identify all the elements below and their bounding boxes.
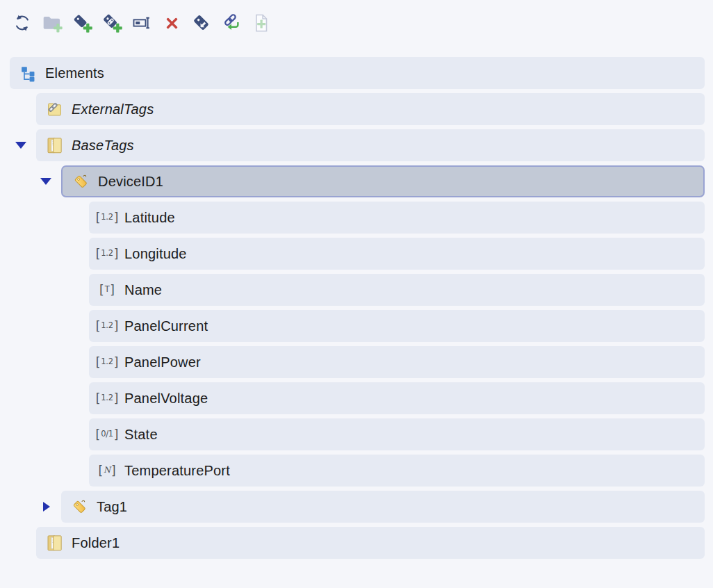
tree-row-externaltags[interactable]: ExternalTags xyxy=(36,93,705,125)
add-folder-icon xyxy=(41,12,63,34)
float-type-badge: 1.2 xyxy=(97,212,117,224)
update-links-button[interactable] xyxy=(220,12,243,34)
indent-zone xyxy=(0,346,89,378)
tree-item-panelvoltage: 1.2 PanelVoltage xyxy=(0,382,713,414)
tree-item-temperatureport: N TemperaturePort xyxy=(0,455,713,487)
add-tag-button[interactable] xyxy=(71,12,93,34)
tree-item-label: ExternalTags xyxy=(72,101,154,117)
tree-row-latitude[interactable]: 1.2 Latitude xyxy=(89,202,705,234)
indent-zone xyxy=(0,418,89,450)
indent-zone xyxy=(0,310,89,342)
tree-item-latitude: 1.2 Latitude xyxy=(0,202,713,234)
tree-row-elements[interactable]: Elements xyxy=(10,57,705,89)
tree-row-name[interactable]: T Name xyxy=(89,274,705,306)
collapse-expander-icon[interactable] xyxy=(15,142,26,149)
boolean-type-badge: 0/1 xyxy=(97,429,117,441)
tree-row-state[interactable]: 0/1 State xyxy=(89,418,705,450)
tree-row-panelpower[interactable]: 1.2 PanelPower xyxy=(89,346,705,378)
add-tag-icon xyxy=(71,12,93,34)
tree-item-label: PanelVoltage xyxy=(124,391,208,407)
indent-zone xyxy=(0,382,89,414)
delete-button[interactable] xyxy=(161,12,183,34)
float-type-badge: 1.2 xyxy=(97,248,117,260)
collapse-expander-icon[interactable] xyxy=(40,178,51,185)
refresh-icon xyxy=(12,13,33,33)
rename-icon xyxy=(131,13,152,33)
tree-item-basetags: BaseTags xyxy=(0,129,713,161)
rename-button[interactable] xyxy=(131,12,153,34)
expand-expander-icon[interactable] xyxy=(43,502,50,512)
tree-row-temperatureport[interactable]: N TemperaturePort xyxy=(89,455,705,487)
add-folder-button xyxy=(41,12,63,34)
tree-item-panelcurrent: 1.2 PanelCurrent xyxy=(0,310,713,342)
indent-zone xyxy=(0,165,61,197)
tree-item-externaltags: ExternalTags xyxy=(0,93,713,125)
tree-item-label: Latitude xyxy=(124,210,175,226)
tree-row-deviceid1[interactable]: DeviceID1 xyxy=(61,165,705,197)
tree-item-panelpower: 1.2 PanelPower xyxy=(0,346,713,378)
tree-item-folder1: Folder1 xyxy=(0,527,713,559)
indent-zone xyxy=(0,527,36,559)
tree-item-tag1: Tag1 xyxy=(0,491,713,523)
indent-zone xyxy=(0,455,89,487)
tree-item-label: BaseTags xyxy=(72,138,134,154)
indent-zone xyxy=(0,202,89,234)
tree-item-name: T Name xyxy=(0,274,713,306)
folder-icon xyxy=(44,533,65,553)
tree-item-longitude: 1.2 Longitude xyxy=(0,238,713,270)
tree-item-label: Longitude xyxy=(124,246,187,262)
tree-item-label: Name xyxy=(124,282,162,298)
indent-zone xyxy=(0,93,36,125)
import-tag-button[interactable] xyxy=(190,12,213,34)
indent-zone xyxy=(0,57,10,89)
tree-row-panelvoltage[interactable]: 1.2 PanelVoltage xyxy=(89,382,705,414)
tree-item-label: Folder1 xyxy=(72,535,120,551)
float-type-badge: 1.2 xyxy=(97,320,117,332)
float-type-badge: 1.2 xyxy=(97,393,117,405)
folder-icon xyxy=(44,136,65,156)
element-tree: Elements ExternalTags xyxy=(0,57,713,559)
tree-item-label: Tag1 xyxy=(97,499,127,515)
tree-item-label: TemperaturePort xyxy=(124,463,230,479)
tree-item-label: Elements xyxy=(45,65,104,81)
integer-type-badge: N xyxy=(97,465,117,477)
tree-item-deviceid1: DeviceID1 xyxy=(0,165,713,197)
tree-row-folder1[interactable]: Folder1 xyxy=(36,527,705,559)
tag-icon xyxy=(69,497,90,517)
linked-folder-icon xyxy=(44,100,65,119)
tag-icon xyxy=(70,172,91,192)
add-document-icon xyxy=(251,13,272,33)
add-document-button xyxy=(250,12,272,34)
tree-item-elements: Elements xyxy=(0,57,713,89)
refresh-button[interactable] xyxy=(11,12,33,34)
text-type-badge: T xyxy=(97,284,117,296)
float-type-badge: 1.2 xyxy=(97,357,117,368)
indent-zone xyxy=(0,129,36,161)
tree-item-state: 0/1 State xyxy=(0,418,713,450)
tree-row-panelcurrent[interactable]: 1.2 PanelCurrent xyxy=(89,310,705,342)
tree-item-label: DeviceID1 xyxy=(98,174,163,190)
tree-item-label: PanelCurrent xyxy=(124,318,208,334)
tree-row-tag1[interactable]: Tag1 xyxy=(61,491,705,523)
tree-row-longitude[interactable]: 1.2 Longitude xyxy=(89,238,705,270)
tree-row-basetags[interactable]: BaseTags xyxy=(36,129,705,161)
toolbar xyxy=(0,0,713,35)
tree-item-label: PanelPower xyxy=(124,354,201,370)
update-links-icon xyxy=(220,12,243,34)
tag-browser-panel: { "colors": { "page_bg": "#f5f6fa", "row… xyxy=(0,0,713,588)
add-linked-tag-button[interactable] xyxy=(101,12,123,34)
hierarchy-icon xyxy=(17,65,38,82)
tree-item-label: State xyxy=(124,427,158,443)
indent-zone xyxy=(0,238,89,270)
delete-icon xyxy=(163,14,181,33)
import-tag-icon xyxy=(190,12,213,34)
add-linked-tag-icon xyxy=(101,12,123,34)
indent-zone xyxy=(0,491,61,523)
indent-zone xyxy=(0,274,89,306)
